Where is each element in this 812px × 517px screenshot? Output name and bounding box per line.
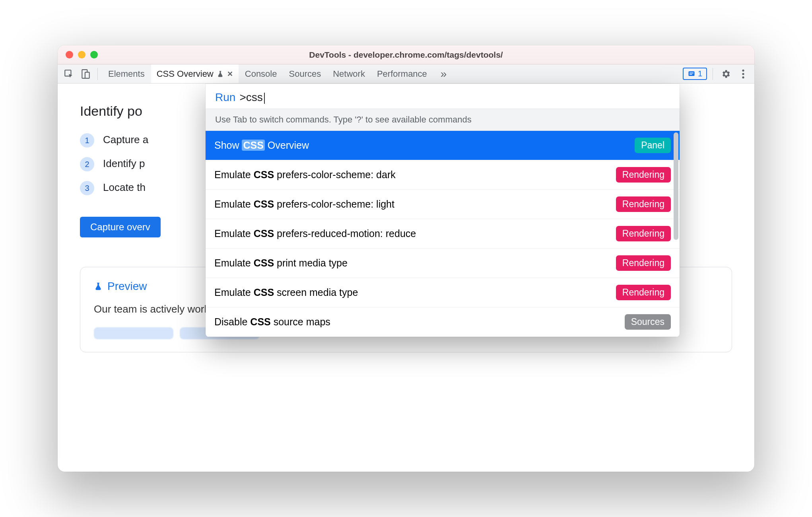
devtools-tabs: Elements CSS Overview ✕ Console Sources …: [103, 64, 433, 83]
svg-rect-2: [85, 72, 89, 78]
devtools-toolbar: Elements CSS Overview ✕ Console Sources …: [58, 64, 754, 84]
step-number: 2: [80, 157, 94, 171]
tab-label: CSS Overview: [157, 69, 214, 79]
flask-icon: [94, 281, 103, 292]
traffic-lights: [58, 51, 98, 58]
command-result-row[interactable]: Emulate CSS prefers-color-scheme: darkRe…: [206, 160, 680, 190]
svg-rect-5: [690, 74, 692, 75]
tabs-overflow-button[interactable]: »: [435, 68, 453, 80]
preview-label: Preview: [107, 280, 147, 293]
command-result-badge: Rendering: [616, 167, 671, 183]
window-minimize-button[interactable]: [78, 51, 85, 58]
svg-rect-4: [690, 72, 694, 73]
tab-console[interactable]: Console: [239, 64, 283, 83]
svg-point-8: [742, 76, 744, 78]
window-fullscreen-button[interactable]: [90, 51, 98, 58]
command-result-badge: Rendering: [616, 196, 671, 212]
flask-icon: [217, 70, 224, 78]
command-result-text: Emulate CSS prefers-color-scheme: dark: [214, 169, 396, 181]
command-result-text: Show CSS Overview: [214, 140, 309, 151]
tab-css-overview[interactable]: CSS Overview ✕: [151, 64, 239, 83]
step-number: 3: [80, 181, 94, 195]
tab-performance[interactable]: Performance: [371, 64, 433, 83]
svg-rect-3: [688, 71, 694, 76]
step-text: Locate th: [103, 180, 146, 195]
command-menu: Run >css Use Tab to switch commands. Typ…: [206, 84, 680, 337]
devtools-window: DevTools - developer.chrome.com/tags/dev…: [58, 45, 754, 472]
command-result-text: Emulate CSS prefers-color-scheme: light: [214, 198, 394, 210]
command-input-row[interactable]: Run >css: [206, 84, 680, 109]
tab-label: Sources: [289, 69, 321, 79]
device-toggle-icon[interactable]: [78, 67, 93, 81]
command-query: >css: [239, 91, 264, 104]
command-result-row[interactable]: Emulate CSS print media typeRendering: [206, 249, 680, 278]
scrollbar-thumb[interactable]: [674, 132, 678, 240]
titlebar: DevTools - developer.chrome.com/tags/dev…: [58, 45, 754, 64]
command-result-badge: Rendering: [616, 255, 671, 271]
command-hint: Use Tab to switch commands. Type '?' to …: [206, 109, 680, 131]
toolbar-separator: [713, 68, 713, 80]
command-result-badge: Panel: [635, 138, 671, 153]
run-label: Run: [215, 91, 235, 104]
toolbar-separator: [97, 68, 98, 80]
command-result-row[interactable]: Emulate CSS prefers-reduced-motion: redu…: [206, 219, 680, 249]
tab-label: Elements: [108, 69, 145, 79]
command-result-row[interactable]: Show CSS OverviewPanel: [206, 131, 680, 160]
step-text: Capture a: [103, 132, 148, 148]
issues-button[interactable]: 1: [683, 68, 707, 80]
issues-icon: [688, 70, 695, 78]
tab-sources[interactable]: Sources: [283, 64, 326, 83]
svg-point-6: [742, 69, 744, 71]
command-result-row[interactable]: Disable CSS source mapsSources: [206, 307, 680, 337]
command-result-text: Disable CSS source maps: [214, 316, 330, 328]
step-number: 1: [80, 133, 94, 148]
tab-label: Network: [333, 69, 365, 79]
command-result-row[interactable]: Emulate CSS screen media typeRendering: [206, 278, 680, 307]
command-result-badge: Rendering: [616, 226, 671, 241]
command-result-row[interactable]: Emulate CSS prefers-color-scheme: lightR…: [206, 190, 680, 219]
settings-icon[interactable]: [719, 67, 733, 81]
command-result-badge: Rendering: [616, 285, 671, 300]
tab-network[interactable]: Network: [327, 64, 371, 83]
svg-point-7: [742, 73, 744, 75]
window-close-button[interactable]: [66, 51, 73, 58]
tab-label: Performance: [377, 69, 427, 79]
command-result-badge: Sources: [625, 314, 671, 330]
capture-overview-button[interactable]: Capture overv: [80, 217, 161, 237]
close-icon[interactable]: ✕: [227, 70, 233, 78]
tab-elements[interactable]: Elements: [103, 64, 150, 83]
command-result-text: Emulate CSS prefers-reduced-motion: redu…: [214, 228, 416, 239]
tab-label: Console: [245, 69, 277, 79]
issues-count: 1: [698, 69, 702, 78]
command-result-text: Emulate CSS screen media type: [214, 287, 358, 298]
command-results: Show CSS OverviewPanelEmulate CSS prefer…: [206, 131, 680, 337]
text-caret: [264, 93, 265, 104]
command-result-text: Emulate CSS print media type: [214, 257, 348, 269]
inspect-element-icon[interactable]: [62, 67, 76, 81]
window-title: DevTools - developer.chrome.com/tags/dev…: [58, 50, 754, 60]
more-icon[interactable]: [736, 67, 750, 81]
